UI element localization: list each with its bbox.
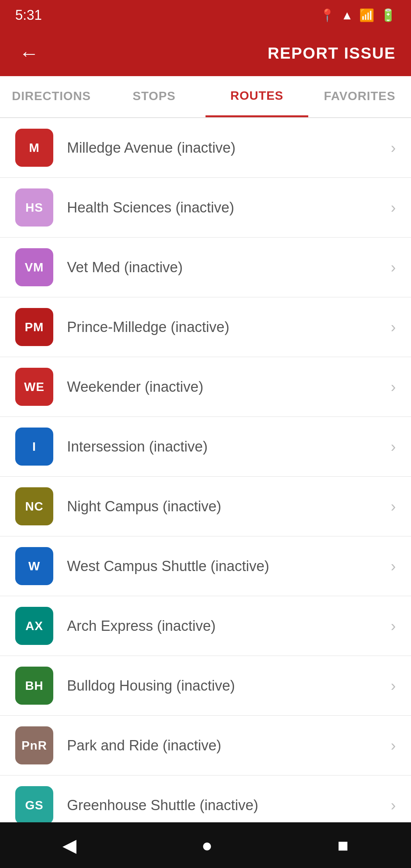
tab-bar: DIRECTIONS STOPS ROUTES FAVORITES [0,76,411,118]
route-badge-w: W [15,547,53,585]
route-list: MMilledge Avenue (inactive)›HSHealth Sci… [0,118,411,835]
chevron-icon-i: › [391,438,396,455]
route-name-we: Weekender (inactive) [67,379,387,395]
back-nav-button[interactable]: ◀ [62,834,76,856]
tab-favorites[interactable]: FAVORITES [308,76,411,117]
route-badge-ax: AX [15,607,53,645]
route-name-i: Intersession (inactive) [67,439,387,455]
route-badge-hs: HS [15,188,53,227]
route-badge-m: M [15,129,53,167]
status-time: 5:31 [15,7,42,23]
route-item-we[interactable]: WEWeekender (inactive)› [0,357,411,417]
route-item-ax[interactable]: AXArch Express (inactive)› [0,596,411,656]
recent-nav-button[interactable]: ■ [338,835,349,856]
route-item-w[interactable]: WWest Campus Shuttle (inactive)› [0,536,411,596]
route-badge-i: I [15,428,53,466]
route-item-pm[interactable]: PMPrince-Milledge (inactive)› [0,297,411,357]
route-badge-vm: VM [15,248,53,286]
route-item-i[interactable]: IIntersession (inactive)› [0,417,411,477]
location-icon: 📍 [320,8,335,22]
route-name-hs: Health Sciences (inactive) [67,199,387,216]
chevron-icon-hs: › [391,199,396,216]
route-name-ax: Arch Express (inactive) [67,618,387,634]
route-badge-pm: PM [15,308,53,346]
chevron-icon-w: › [391,558,396,575]
tab-stops[interactable]: STOPS [103,76,206,117]
route-name-bh: Bulldog Housing (inactive) [67,678,387,694]
report-issue-button[interactable]: REPORT ISSUE [268,44,396,62]
home-nav-button[interactable]: ● [201,835,212,856]
back-button[interactable]: ← [15,38,43,69]
chevron-icon-pm: › [391,319,396,336]
bottom-nav: ◀ ● ■ [0,822,411,868]
route-name-vm: Vet Med (inactive) [67,259,387,276]
status-icons: 📍 ▲ 📶 🔋 [320,8,396,22]
chevron-icon-pnr: › [391,737,396,754]
wifi-icon: ▲ [341,8,353,22]
route-name-nc: Night Campus (inactive) [67,498,387,515]
tab-routes[interactable]: ROUTES [206,76,308,117]
chevron-icon-vm: › [391,259,396,276]
chevron-icon-ax: › [391,617,396,635]
chevron-icon-we: › [391,378,396,396]
route-item-m[interactable]: MMilledge Avenue (inactive)› [0,118,411,178]
route-badge-we: WE [15,368,53,406]
route-item-nc[interactable]: NCNight Campus (inactive)› [0,477,411,536]
route-name-pnr: Park and Ride (inactive) [67,737,387,754]
battery-icon: 🔋 [381,8,396,22]
chevron-icon-bh: › [391,677,396,694]
route-badge-pnr: PnR [15,726,53,764]
route-item-hs[interactable]: HSHealth Sciences (inactive)› [0,178,411,238]
chevron-icon-m: › [391,139,396,156]
route-item-pnr[interactable]: PnRPark and Ride (inactive)› [0,716,411,775]
route-badge-nc: NC [15,487,53,525]
route-badge-bh: BH [15,667,53,705]
chevron-icon-gs: › [391,797,396,814]
chevron-icon-nc: › [391,498,396,515]
route-item-vm[interactable]: VMVet Med (inactive)› [0,238,411,297]
route-badge-gs: GS [15,786,53,824]
route-name-gs: Greenhouse Shuttle (inactive) [67,797,387,814]
route-name-w: West Campus Shuttle (inactive) [67,558,387,574]
route-item-bh[interactable]: BHBulldog Housing (inactive)› [0,656,411,716]
route-name-m: Milledge Avenue (inactive) [67,140,387,156]
header: ← REPORT ISSUE [0,30,411,76]
status-bar: 5:31 📍 ▲ 📶 🔋 [0,0,411,30]
signal-icon: 📶 [359,8,374,22]
route-name-pm: Prince-Milledge (inactive) [67,319,387,335]
tab-directions[interactable]: DIRECTIONS [0,76,103,117]
